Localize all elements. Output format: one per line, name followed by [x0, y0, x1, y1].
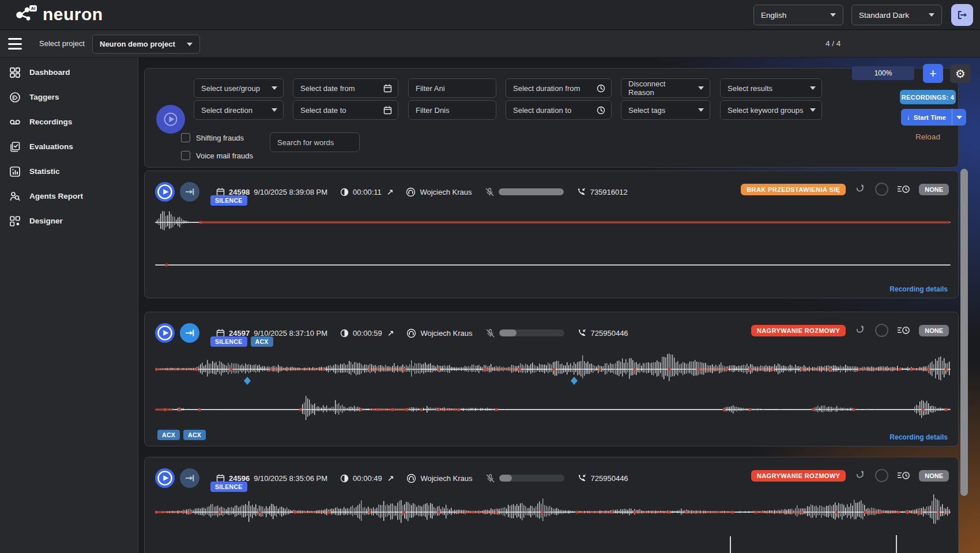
play-all-icon	[156, 104, 186, 134]
sidebar-item-dashboard[interactable]: Dashboard	[0, 60, 138, 85]
shifting-frauds-checkbox[interactable]: Shifting frauds	[181, 133, 244, 142]
arrow-down-icon: ↓	[907, 114, 910, 121]
results-select[interactable]: Select results	[720, 78, 822, 98]
chevron-down-icon	[698, 108, 704, 112]
sort-start-time-button[interactable]: ↓ Start Time	[901, 109, 952, 126]
recording-datetime: 9/10/2025 8:39:08 PM	[254, 188, 327, 196]
chevron-down-icon	[929, 13, 934, 17]
statistic-icon	[9, 166, 21, 177]
mic-off-icon	[485, 328, 495, 338]
main-content: Select user/group Select date from Filte…	[138, 58, 980, 553]
status-circle-button[interactable]	[875, 324, 888, 337]
evaluations-icon	[9, 141, 21, 153]
sidebar-nav: Dashboard Taggers Recordings Evaluations	[0, 58, 138, 553]
sidebar-item-label: Statistic	[29, 167, 60, 176]
filter-dnis-input[interactable]: Filter Dnis	[408, 100, 496, 120]
logo-molecule-icon: AI	[14, 4, 38, 25]
project-select[interactable]: Neuron demo project	[92, 35, 200, 54]
recording-agent: Wojciech Kraus	[406, 187, 472, 197]
volume-bar[interactable]	[499, 329, 564, 336]
add-button[interactable]: +	[923, 64, 943, 83]
play-all-button[interactable]	[156, 104, 186, 134]
circle-icon	[875, 324, 888, 337]
filter-panel: Select user/group Select date from Filte…	[144, 68, 959, 168]
duration-to-field[interactable]: Select duration to	[506, 100, 612, 120]
chevron-down-icon	[187, 43, 193, 46]
user-group-select[interactable]: Select user/group	[194, 78, 284, 98]
theme-value: Standard Dark	[859, 11, 909, 20]
chevron-down-icon	[830, 13, 836, 17]
date-from-field[interactable]: Select date from	[293, 78, 398, 98]
sidebar-item-recordings[interactable]: Recordings	[0, 109, 138, 134]
settings-button[interactable]: ⚙	[950, 64, 971, 83]
menu-icon	[8, 38, 22, 40]
hook-button[interactable]	[854, 469, 866, 482]
agent-headset-icon	[406, 187, 416, 197]
chevron-down-icon	[698, 86, 704, 90]
gear-icon: ⚙	[955, 67, 966, 80]
logout-button[interactable]	[951, 4, 973, 26]
sort-split-button[interactable]: ↓ Start Time	[901, 109, 966, 126]
waveform-channel-1[interactable]	[155, 196, 951, 248]
filter-ani-input[interactable]: Filter Ani	[408, 78, 496, 98]
date-to-field[interactable]: Select date to	[293, 100, 398, 120]
sidebar-item-label: Dashboard	[29, 68, 70, 77]
language-value: English	[761, 11, 786, 20]
sidebar-item-taggers[interactable]: Taggers	[0, 85, 138, 109]
recordings-icon	[9, 116, 21, 128]
vertical-scrollbar[interactable]	[960, 169, 968, 496]
result-badge: NONE	[919, 325, 949, 336]
recording-phone: 735916012	[576, 187, 628, 197]
sidebar-item-designer[interactable]: Designer	[0, 209, 138, 233]
hook-icon	[854, 324, 866, 336]
hook-icon	[854, 469, 866, 482]
sidebar-item-statistic[interactable]: Statistic	[0, 159, 138, 184]
calendar-icon	[383, 84, 392, 93]
waveform-channel-1[interactable]	[155, 480, 951, 544]
chevron-down-icon	[272, 86, 277, 90]
duration-from-field[interactable]: Select duration from	[506, 78, 612, 98]
sidebar-item-label: Agents Report	[29, 192, 83, 200]
recordings-count-badge: RECORDINGS: 4	[900, 90, 956, 104]
tags-select[interactable]: Select tags	[621, 100, 710, 120]
recording-duration: 00:00:11 ↗	[340, 187, 393, 196]
result-badge: NONE	[919, 184, 949, 195]
duration-clock-icon	[340, 188, 349, 196]
reload-link[interactable]: Reload	[900, 132, 956, 141]
search-words-input[interactable]	[270, 132, 360, 152]
hook-button[interactable]	[854, 183, 866, 195]
direction-select[interactable]: Select direction	[194, 100, 284, 120]
top-header: AI neuron English Standard Dark	[0, 0, 980, 30]
mic-off-icon	[485, 187, 495, 197]
waveform-channel-2[interactable]	[155, 384, 951, 435]
select-project-label: Select project	[39, 39, 85, 48]
agents-report-icon	[9, 191, 21, 202]
keyword-groups-select[interactable]: Select keyword groups	[720, 100, 822, 120]
project-toolbar: Select project Neuron demo project 4 / 4…	[0, 30, 980, 58]
chevron-down-icon	[810, 86, 816, 90]
status-circle-button[interactable]	[875, 183, 888, 196]
sidebar-item-evaluations[interactable]: Evaluations	[0, 134, 138, 159]
disconnect-reason-select[interactable]: Disconnect Reason	[621, 78, 710, 98]
logo-text: neuron	[43, 5, 103, 24]
history-button[interactable]	[897, 469, 910, 482]
hook-button[interactable]	[854, 324, 866, 336]
waveform-channel-2[interactable]	[155, 256, 951, 274]
recording-details-link[interactable]: Recording details	[889, 433, 948, 441]
sort-options-button[interactable]	[952, 109, 966, 126]
language-select[interactable]: English	[753, 5, 843, 25]
recording-volume	[485, 328, 564, 338]
chevron-down-icon	[956, 116, 962, 119]
volume-bar[interactable]	[499, 188, 564, 195]
recording-status-area: NAGRYWANIE ROZMOWY NONE	[751, 324, 949, 337]
history-button[interactable]	[897, 324, 910, 336]
chevron-down-icon	[810, 108, 816, 112]
sidebar-item-agents-report[interactable]: Agents Report	[0, 184, 138, 209]
status-badge: NAGRYWANIE ROZMOWY	[751, 325, 846, 336]
recording-details-link[interactable]: Recording details	[889, 285, 948, 293]
menu-button[interactable]	[8, 38, 23, 50]
theme-select[interactable]: Standard Dark	[851, 5, 942, 25]
skip-icon	[184, 186, 195, 198]
voice-mail-frauds-checkbox[interactable]: Voice mail frauds	[181, 151, 253, 160]
history-button[interactable]	[897, 183, 910, 195]
